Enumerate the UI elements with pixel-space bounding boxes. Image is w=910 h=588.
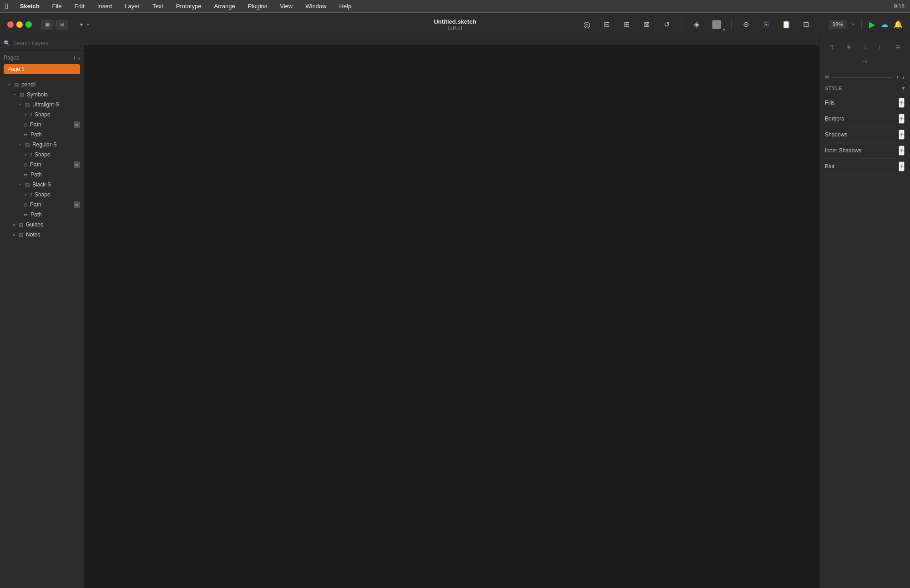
layer-name: Black-S: [32, 181, 80, 188]
layer-notes[interactable]: ▶ ▤ Notes: [0, 230, 84, 240]
close-button[interactable]: [7, 21, 14, 28]
page-1-item[interactable]: Page 1: [4, 64, 80, 74]
distribute-icon[interactable]: ⊞: [620, 18, 634, 31]
arrange-menu[interactable]: Arrange: [211, 2, 238, 10]
layer-path-5[interactable]: ◇ Path M: [0, 200, 84, 210]
mask-icon[interactable]: ⊡: [799, 18, 814, 31]
component2-icon[interactable]: ⊛: [739, 18, 753, 31]
align-middle-icon[interactable]: ⊞: [842, 42, 855, 53]
pen-icon: ✏: [24, 132, 28, 138]
chevron-down-icon: ▼: [24, 152, 28, 157]
rotate-icon[interactable]: ↺: [660, 18, 674, 31]
help-menu[interactable]: Help: [336, 2, 354, 10]
add-border-button[interactable]: +: [899, 114, 905, 124]
add-blur-button[interactable]: +: [899, 161, 905, 171]
align-left-icon[interactable]: ⊢: [875, 42, 888, 53]
layer-name: Shape: [35, 111, 80, 118]
inner-shadows-label: Inner Shadows: [825, 147, 861, 154]
ruler-top: -200 0 200 400 600 800 1,000 1,200 1,400…: [84, 36, 819, 45]
layer-name: Shape: [35, 191, 80, 198]
zoom-level-button[interactable]: 33%: [829, 20, 847, 29]
file-menu[interactable]: File: [49, 2, 64, 10]
layer-path-3[interactable]: ◇ Path M: [0, 160, 84, 170]
layer-shape-2[interactable]: ▼ / Shape: [0, 150, 84, 160]
align-right-icon[interactable]: ⊣: [859, 56, 871, 67]
layer-name: Path: [30, 211, 80, 218]
arrow-up-icon: ↑: [896, 75, 899, 80]
separator5: [861, 19, 862, 30]
grid-view-button[interactable]: ⊞: [56, 20, 68, 30]
layer-shape-1[interactable]: ▼ / Shape: [0, 110, 84, 120]
align-left-icon[interactable]: ⊟: [600, 18, 614, 31]
folder-icon: ▤: [20, 92, 24, 98]
toolbar: ▣ ⊞ + ▾ Untitled.sketch Edited ◎ ⊟ ⊞ ⊠ ↺…: [0, 13, 910, 36]
copy-icon[interactable]: ⎘: [759, 18, 774, 31]
add-page-button[interactable]: +: [72, 54, 76, 61]
separator4: [821, 19, 821, 30]
style-expand-icon[interactable]: ▾: [902, 85, 905, 91]
maximize-button[interactable]: [25, 21, 32, 28]
add-inner-shadow-button[interactable]: +: [899, 146, 905, 156]
diamond-icon: ◇: [24, 162, 27, 168]
pen-icon: ✏: [24, 212, 28, 218]
layer-name: Symbols: [27, 91, 80, 98]
align-top-icon[interactable]: ⊤: [826, 42, 839, 53]
folder-icon: ▤: [14, 82, 19, 88]
chevron-down-icon: ▼: [18, 182, 22, 187]
align-center-icon[interactable]: ⊟: [891, 42, 904, 53]
canvas-area[interactable]: -200 0 200 400 600 800 1,000 1,200 1,400…: [84, 36, 819, 588]
layer-search-bar: 🔍: [0, 36, 84, 50]
cloud-button[interactable]: ☁: [881, 20, 888, 29]
layer-menu[interactable]: Layer: [122, 2, 142, 10]
plugins-menu[interactable]: Plugins: [245, 2, 270, 10]
chevron-down-icon: ▼: [7, 82, 11, 87]
pages-chevron[interactable]: ›: [78, 54, 80, 61]
view-menu[interactable]: View: [277, 2, 295, 10]
edit-menu[interactable]: Edit: [71, 2, 87, 10]
layer-path-6[interactable]: ✏ Path: [0, 210, 84, 220]
sketch-menu[interactable]: Sketch: [17, 2, 42, 10]
style-icon[interactable]: ◈: [689, 18, 704, 31]
single-view-button[interactable]: ▣: [41, 20, 54, 30]
search-layers-input[interactable]: [13, 40, 81, 46]
window-menu[interactable]: Window: [303, 2, 329, 10]
insert-button[interactable]: + ▾: [80, 21, 89, 28]
pen-icon: ✏: [24, 172, 28, 178]
text-menu[interactable]: Text: [150, 2, 166, 10]
apple-menu[interactable]: : [5, 2, 8, 10]
add-fill-button[interactable]: +: [899, 98, 905, 108]
layer-guides[interactable]: ▶ ▤ Guides: [0, 220, 84, 230]
layer-path-4[interactable]: ✏ Path: [0, 170, 84, 180]
inner-shadows-row: Inner Shadows +: [825, 143, 905, 159]
play-button[interactable]: ▶: [869, 20, 875, 30]
layer-ultralight-s[interactable]: ▼ ▤ Ultralight-S: [0, 100, 84, 110]
layer-path-1[interactable]: ◇ Path M: [0, 120, 84, 130]
layer-path-2[interactable]: ✏ Path: [0, 130, 84, 140]
scale-icon[interactable]: ⊠: [640, 18, 654, 31]
chevron-down-icon: ▼: [24, 192, 28, 197]
separator2: [682, 19, 682, 30]
layer-name: pencil: [21, 81, 80, 88]
layer-pencil[interactable]: ▼ ▤ pencil: [0, 80, 84, 90]
diamond-icon: ◇: [24, 122, 27, 128]
layer-symbols[interactable]: ▼ ▤ Symbols: [0, 90, 84, 100]
layer-name: Shape: [35, 151, 80, 158]
add-shadow-button[interactable]: +: [899, 130, 905, 140]
layer-regular-s[interactable]: ▼ ▤ Regular-S: [0, 140, 84, 150]
prototype-menu[interactable]: Prototype: [173, 2, 204, 10]
paste-icon[interactable]: 📋: [779, 18, 794, 31]
component-icon[interactable]: ◎: [580, 18, 594, 31]
layer-shape-3[interactable]: ▼ / Shape: [0, 190, 84, 200]
right-panel: ⊤ ⊞ ⊥ ⊢ ⊟ ⊣ W ↑ ↓ STYLE ▾ Fills + Border…: [819, 36, 910, 588]
shadows-label: Shadows: [825, 131, 847, 138]
fills-row: Fills +: [825, 95, 905, 111]
align-bottom-icon[interactable]: ⊥: [859, 42, 871, 53]
fill-icon[interactable]: ▾: [709, 18, 724, 31]
shape-icon: /: [30, 112, 32, 117]
layer-black-s[interactable]: ▼ ▤ Black-S: [0, 180, 84, 190]
chevron-right-icon: ▶: [13, 232, 16, 237]
chevron-down-icon: ▼: [24, 112, 28, 117]
insert-menu[interactable]: Insert: [95, 2, 115, 10]
notification-bell[interactable]: 🔔: [894, 20, 903, 29]
minimize-button[interactable]: [16, 21, 23, 28]
